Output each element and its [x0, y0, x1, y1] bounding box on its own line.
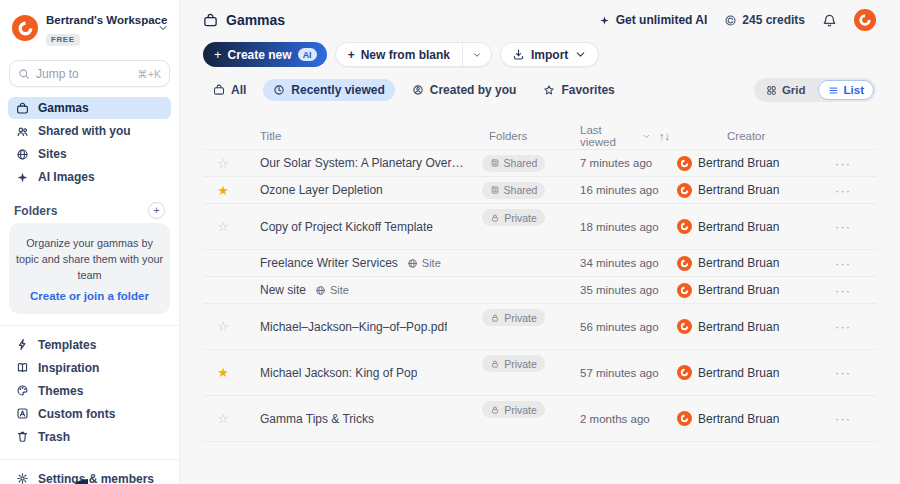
sidebar-item-ai-images[interactable]: AI Images — [8, 166, 171, 188]
nav-item-label: Settings & members — [38, 472, 154, 484]
plan-badge: FREE — [46, 34, 80, 46]
sidebar-item-trash[interactable]: Trash — [8, 426, 171, 448]
row-more-button[interactable]: ··· — [701, 411, 851, 426]
filter-tab-created-by-you[interactable]: Created by you — [402, 79, 527, 101]
sidebar-item-templates[interactable]: Templates — [8, 334, 171, 356]
column-last-viewed[interactable]: Last viewed — [561, 124, 651, 148]
gamma-logo-icon — [12, 15, 38, 41]
font-icon — [16, 407, 29, 420]
search-input[interactable]: Jump to ⌘+K — [9, 60, 170, 87]
globe-icon — [16, 148, 29, 161]
table-row[interactable]: ★ Michael Jackson: King of Pop Private 5… — [203, 350, 876, 396]
favorite-star-icon[interactable]: ★ — [217, 184, 229, 197]
sidebar-item-sites[interactable]: Sites — [8, 143, 171, 165]
credits-button[interactable]: 245 credits — [724, 13, 805, 27]
sidebar-item-custom-fonts[interactable]: Custom fonts — [8, 403, 171, 425]
filter-tab-label: Recently viewed — [291, 83, 384, 97]
last-viewed-time: 34 minutes ago — [561, 257, 651, 269]
plus-icon: + — [348, 48, 355, 62]
favorite-star-icon[interactable]: ☆ — [217, 157, 229, 170]
gamma-title: Ozone Layer Depletion — [260, 183, 383, 197]
lock-icon — [490, 313, 500, 323]
new-from-blank-dropdown[interactable] — [462, 43, 491, 66]
filter-tab-recently-viewed[interactable]: Recently viewed — [263, 79, 394, 101]
nav-item-label: Custom fonts — [38, 407, 115, 421]
sidebar-item-themes[interactable]: Themes — [8, 380, 171, 402]
table-row[interactable]: ☆ Gamma Tips & Tricks Private 2 months a… — [203, 396, 876, 442]
creator-avatar — [677, 156, 692, 171]
table-header: Title Folders Last viewed ↑↓ Creator — [203, 123, 876, 150]
search-placeholder: Jump to — [36, 67, 131, 81]
favorite-star-icon[interactable]: ☆ — [217, 412, 229, 425]
gammas-table: Title Folders Last viewed ↑↓ Creator ☆ O… — [203, 123, 876, 442]
import-button[interactable]: Import — [500, 42, 599, 67]
row-more-button[interactable]: ··· — [701, 219, 851, 234]
sparkle-icon — [599, 15, 610, 26]
folders-hint-text: Organize your gammas by topic and share … — [15, 235, 164, 284]
nav-item-label: Templates — [38, 338, 96, 352]
sidebar-item-settings-members[interactable]: Settings & members — [8, 468, 171, 484]
table-row[interactable]: ☆ Michael–Jackson–King–of–Pop.pdf Privat… — [203, 304, 876, 350]
create-new-button[interactable]: + Create new AI — [203, 42, 327, 67]
palette-icon — [16, 384, 29, 397]
lock-icon — [490, 405, 500, 415]
filter-bar: AllRecently viewedCreated by youFavorite… — [203, 78, 876, 102]
site-tag: Site — [315, 284, 349, 296]
filter-tab-label: All — [231, 83, 246, 97]
sidebar-item-shared-with-you[interactable]: Shared with you — [8, 120, 171, 142]
sidebar-divider — [0, 325, 179, 326]
sidebar-item-inspiration[interactable]: Inspiration — [8, 357, 171, 379]
list-view-button[interactable]: List — [818, 80, 874, 100]
sidebar: Bertrand's Workspace FREE Jump to ⌘+K Ga… — [0, 0, 180, 484]
add-folder-button[interactable]: + — [148, 202, 165, 219]
table-row[interactable]: ☆ Our Solar System: A Planetary Overview… — [203, 150, 876, 177]
sidebar-item-gammas[interactable]: Gammas — [8, 97, 171, 119]
last-viewed-time: 7 minutes ago — [561, 157, 651, 169]
workspace-switcher[interactable]: Bertrand's Workspace FREE — [0, 8, 179, 54]
nav-item-label: AI Images — [38, 170, 95, 184]
creator-avatar — [677, 283, 692, 298]
building-icon — [490, 158, 500, 168]
last-viewed-time: 35 minutes ago — [561, 284, 651, 296]
chevron-down-icon — [157, 22, 169, 34]
gamma-title: Gamma Tips & Tricks — [260, 412, 374, 426]
nav-item-label: Shared with you — [38, 124, 131, 138]
table-row[interactable]: ☆ Copy of Project Kickoff Template Priva… — [203, 204, 876, 250]
view-toggle: Grid List — [754, 78, 876, 102]
nav-item-label: Gammas — [38, 101, 89, 115]
row-more-button[interactable]: ··· — [701, 319, 851, 334]
top-bar: Gammas Get unlimited AI 245 credits — [203, 0, 876, 36]
table-body: ☆ Our Solar System: A Planetary Overview… — [203, 150, 876, 442]
row-more-button[interactable]: ··· — [701, 256, 851, 271]
grid-view-button[interactable]: Grid — [756, 80, 816, 100]
bell-icon[interactable] — [822, 13, 837, 28]
row-more-button[interactable]: ··· — [701, 156, 851, 171]
new-from-blank-button[interactable]: + New from blank — [335, 42, 492, 67]
search-shortcut: ⌘+K — [137, 68, 161, 80]
chevron-down-icon — [574, 48, 587, 61]
favorite-star-icon[interactable]: ★ — [217, 366, 229, 379]
lightning-icon — [16, 338, 29, 351]
table-row[interactable]: ★ Ozone Layer Depletion Shared 16 minute… — [203, 177, 876, 204]
creator-avatar — [677, 183, 692, 198]
get-unlimited-ai-button[interactable]: Get unlimited AI — [599, 13, 708, 27]
sort-direction-button[interactable]: ↑↓ — [651, 130, 701, 142]
sidebar-nav-secondary: TemplatesInspirationThemesCustom fontsTr… — [0, 334, 179, 448]
gamma-title: Freelance Writer Services — [260, 256, 398, 270]
search-icon — [18, 68, 30, 80]
filter-tab-favorites[interactable]: Favorites — [533, 79, 624, 101]
filter-tab-all[interactable]: All — [203, 79, 256, 101]
workspace-name: Bertrand's Workspace — [46, 14, 167, 26]
favorite-star-icon[interactable]: ☆ — [217, 320, 229, 333]
create-folder-link[interactable]: Create or join a folder — [15, 290, 164, 302]
briefcase-icon — [16, 102, 29, 115]
row-more-button[interactable]: ··· — [701, 283, 851, 298]
favorite-star-icon[interactable]: ☆ — [217, 220, 229, 233]
row-more-button[interactable]: ··· — [701, 183, 851, 198]
gamma-title: Copy of Project Kickoff Template — [260, 220, 433, 234]
user-avatar[interactable] — [854, 9, 876, 31]
table-row[interactable]: Freelance Writer Services Site 34 minute… — [203, 250, 876, 277]
lock-icon — [490, 359, 500, 369]
row-more-button[interactable]: ··· — [701, 365, 851, 380]
table-row[interactable]: New site Site 35 minutes ago Bertrand Br… — [203, 277, 876, 304]
